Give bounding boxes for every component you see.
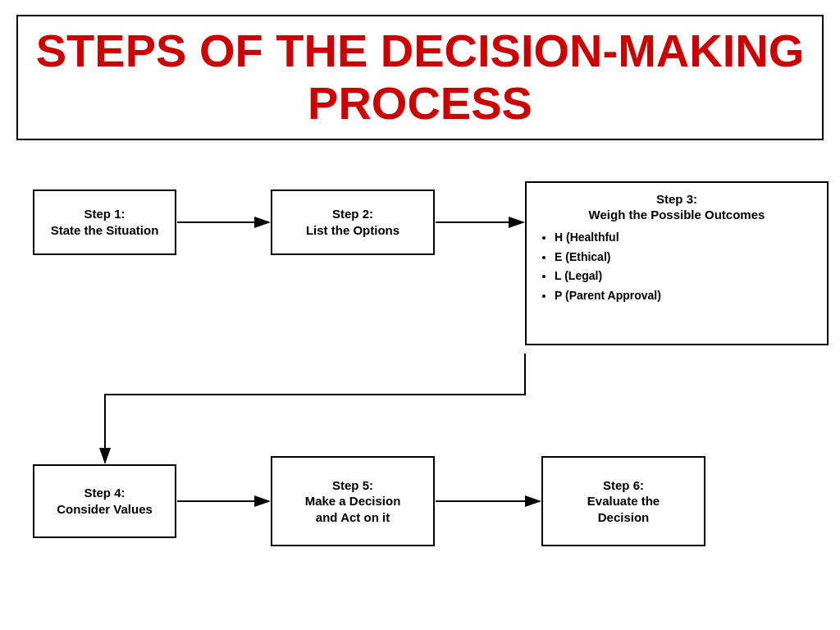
step3-bullet-2: E (Ethical) bbox=[555, 248, 815, 267]
step2-label: Step 2: bbox=[332, 206, 373, 222]
step4-label: Step 4: bbox=[84, 485, 125, 501]
step4-title: Consider Values bbox=[57, 501, 153, 518]
page: STEPS OF THE DECISION-MAKING PROCESS Ste… bbox=[0, 0, 840, 630]
step5-title: Make a Decisionand Act on it bbox=[305, 493, 401, 525]
step5-label: Step 5: bbox=[332, 477, 373, 494]
step1-title: State the Situation bbox=[51, 222, 159, 239]
step3-bullet-4: P (Parent Approval) bbox=[555, 286, 815, 306]
step6-label: Step 6: bbox=[603, 477, 644, 494]
step2-box: Step 2: List the Options bbox=[271, 189, 435, 255]
flow-area: Step 1: State the Situation Step 2: List… bbox=[16, 165, 824, 600]
title-box: STEPS OF THE DECISION-MAKING PROCESS bbox=[16, 15, 824, 140]
step3-box: Step 3:Weigh the Possible Outcomes H (He… bbox=[525, 181, 829, 345]
step4-box: Step 4: Consider Values bbox=[33, 464, 176, 538]
title-text: STEPS OF THE DECISION-MAKING PROCESS bbox=[34, 25, 806, 130]
step2-title: List the Options bbox=[306, 222, 399, 239]
step3-header: Step 3:Weigh the Possible Outcomes bbox=[538, 191, 815, 223]
step6-title: Evaluate theDecision bbox=[587, 493, 660, 525]
title-line1: STEPS OF THE DECISION-MAKING bbox=[36, 25, 805, 76]
step6-box: Step 6: Evaluate theDecision bbox=[541, 456, 705, 546]
step5-box: Step 5: Make a Decisionand Act on it bbox=[271, 456, 435, 546]
arrow-3-4 bbox=[105, 354, 525, 463]
step1-box: Step 1: State the Situation bbox=[33, 189, 176, 255]
step1-label: Step 1: bbox=[84, 206, 125, 222]
step3-bullet-3: L (Legal) bbox=[555, 267, 815, 286]
title-line2: PROCESS bbox=[308, 77, 532, 129]
step3-list: H (Healthful E (Ethical) L (Legal) P (Pa… bbox=[538, 228, 815, 306]
step3-bullet-1: H (Healthful bbox=[555, 228, 815, 248]
